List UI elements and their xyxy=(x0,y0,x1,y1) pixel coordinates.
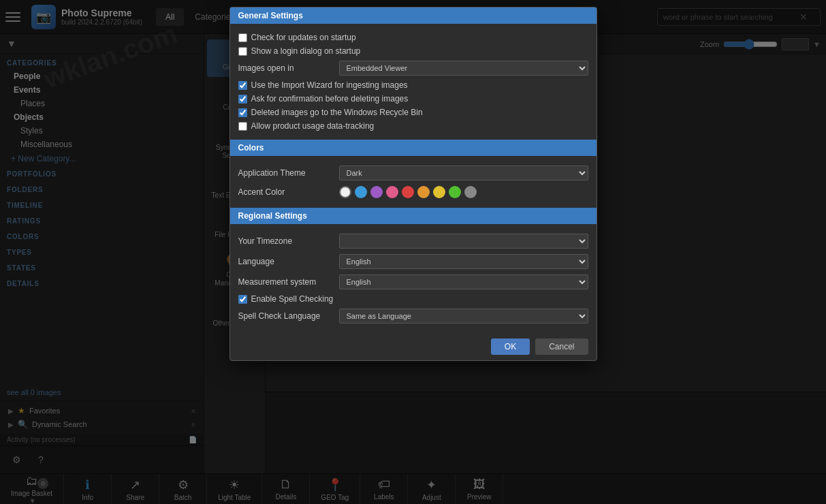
language-row: Language English xyxy=(238,251,588,272)
colors-section-header: Colors xyxy=(230,140,597,156)
images-open-in-row: Images open in Embedded Viewer xyxy=(238,58,588,78)
measurement-row: Measurement system English xyxy=(238,272,588,292)
checkbox-recycle-label: Deleted images go to the Windows Recycle… xyxy=(251,108,423,117)
color-dots-container xyxy=(339,186,588,198)
general-settings-header: General Settings xyxy=(230,7,597,24)
checkbox-tracking-label: Allow product usage data-tracking xyxy=(251,121,375,131)
regional-settings-body: Your Timezone Language English Measureme… xyxy=(230,224,597,333)
general-settings-body: Check for updates on startup Show a logi… xyxy=(230,24,597,140)
checkbox-login-label: Show a login dialog on startup xyxy=(251,46,361,56)
checkbox-confirm-label: Ask for confirmation before deleting ima… xyxy=(251,94,409,104)
checkbox-row-recycle: Deleted images go to the Windows Recycle… xyxy=(238,106,588,119)
language-select[interactable]: English xyxy=(339,254,588,269)
timezone-select[interactable] xyxy=(339,234,588,249)
app-theme-select[interactable]: Dark xyxy=(339,166,588,180)
checkbox-row-login: Show a login dialog on startup xyxy=(238,44,588,58)
timezone-row: Your Timezone xyxy=(238,231,588,251)
color-dot-red[interactable] xyxy=(402,186,414,198)
accent-color-row: Accent Color xyxy=(238,183,588,201)
regional-settings-header: Regional Settings xyxy=(230,208,597,224)
checkbox-updates-label: Check for updates on startup xyxy=(251,33,356,42)
color-dot-pink[interactable] xyxy=(386,186,398,198)
cancel-button[interactable]: Cancel xyxy=(535,338,588,355)
ok-button[interactable]: OK xyxy=(491,338,530,355)
checkbox-spell-label: Enable Spell Checking xyxy=(251,294,334,304)
colors-section-body: Application Theme Dark Accent Color xyxy=(230,156,597,208)
checkbox-row-updates: Check for updates on startup xyxy=(238,31,588,44)
checkbox-row-import: Use the Import Wizard for ingesting imag… xyxy=(238,78,588,92)
language-label: Language xyxy=(238,257,334,266)
dialog-overlay: General Settings Check for updates on st… xyxy=(0,0,826,504)
timezone-label: Your Timezone xyxy=(238,236,334,246)
checkbox-spell-check[interactable] xyxy=(238,295,247,304)
color-dot-green[interactable] xyxy=(449,186,461,198)
color-dot-blue[interactable] xyxy=(355,186,367,198)
settings-dialog: General Settings Check for updates on st… xyxy=(229,7,597,361)
spell-lang-label: Spell Check Language xyxy=(238,311,334,321)
spell-lang-row: Spell Check Language Same as Language xyxy=(238,306,588,326)
accent-color-label: Accent Color xyxy=(238,187,334,197)
color-dot-white[interactable] xyxy=(339,186,351,198)
checkbox-recycle[interactable] xyxy=(238,108,247,117)
checkbox-row-confirm: Ask for confirmation before deleting ima… xyxy=(238,92,588,106)
images-open-in-label: Images open in xyxy=(238,63,334,73)
checkbox-login[interactable] xyxy=(238,47,247,56)
color-dot-purple[interactable] xyxy=(370,186,383,198)
checkbox-import[interactable] xyxy=(238,81,247,90)
checkbox-updates[interactable] xyxy=(238,33,247,42)
color-dot-orange[interactable] xyxy=(417,186,430,198)
app-theme-label: Application Theme xyxy=(238,168,334,178)
measurement-select[interactable]: English xyxy=(339,274,588,289)
checkbox-import-label: Use the Import Wizard for ingesting imag… xyxy=(251,80,408,90)
app-theme-row: Application Theme Dark xyxy=(238,163,588,183)
checkbox-confirm[interactable] xyxy=(238,95,247,104)
checkbox-row-spell: Enable Spell Checking xyxy=(238,292,588,306)
dialog-footer: OK Cancel xyxy=(230,333,597,360)
color-dot-yellow[interactable] xyxy=(433,186,445,198)
color-dot-gray[interactable] xyxy=(464,186,477,198)
measurement-label: Measurement system xyxy=(238,277,334,287)
checkbox-row-tracking: Allow product usage data-tracking xyxy=(238,119,588,133)
spell-lang-select[interactable]: Same as Language xyxy=(339,309,588,324)
checkbox-tracking[interactable] xyxy=(238,122,247,131)
images-open-in-select[interactable]: Embedded Viewer xyxy=(339,61,588,76)
